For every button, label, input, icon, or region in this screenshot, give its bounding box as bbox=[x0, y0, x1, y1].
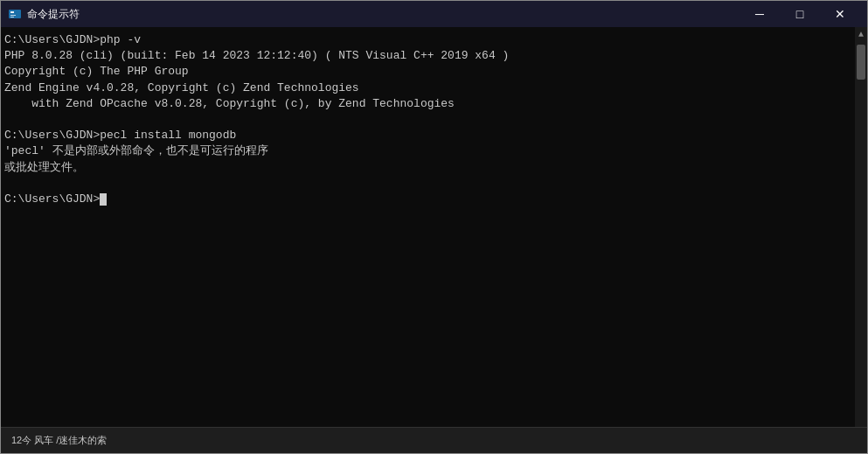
terminal-line: 或批处理文件。 bbox=[4, 160, 864, 176]
terminal-output: C:\Users\GJDN>php -v PHP 8.0.28 (cli) (b… bbox=[4, 32, 864, 207]
terminal-prompt: C:\Users\GJDN> bbox=[4, 192, 864, 207]
taskbar-item: 12今 风车 /迷佳木的索 bbox=[4, 432, 114, 449]
terminal-line bbox=[4, 176, 864, 192]
scrollbar[interactable]: ▲ bbox=[855, 27, 867, 427]
terminal-line: PHP 8.0.28 (cli) (built: Feb 14 2023 12:… bbox=[4, 48, 864, 64]
minimize-button[interactable]: ─ bbox=[740, 1, 780, 27]
scroll-up-arrow[interactable]: ▲ bbox=[857, 27, 865, 43]
terminal-line: 'pecl' 不是内部或外部命令，也不是可运行的程序 bbox=[4, 143, 864, 159]
svg-rect-3 bbox=[10, 17, 14, 17]
terminal-line: with Zend OPcache v8.0.28, Copyright (c)… bbox=[4, 96, 864, 112]
maximize-button[interactable]: □ bbox=[780, 1, 820, 27]
terminal-line: Copyright (c) The PHP Group bbox=[4, 64, 864, 80]
cmd-window: 命令提示符 ─ □ ✕ C:\Users\GJDN>php -v PHP 8.0… bbox=[0, 0, 868, 454]
terminal-line: C:\Users\GJDN>pecl install mongodb bbox=[4, 128, 864, 143]
window-icon bbox=[8, 7, 22, 21]
terminal-line bbox=[4, 112, 864, 128]
svg-rect-1 bbox=[10, 11, 14, 13]
terminal-cursor bbox=[100, 193, 107, 206]
window-title: 命令提示符 bbox=[27, 7, 740, 22]
close-button[interactable]: ✕ bbox=[820, 1, 860, 27]
terminal-line: C:\Users\GJDN>php -v bbox=[4, 32, 864, 48]
terminal-line: Zend Engine v4.0.28, Copyright (c) Zend … bbox=[4, 80, 864, 96]
terminal-body[interactable]: C:\Users\GJDN>php -v PHP 8.0.28 (cli) (b… bbox=[1, 27, 867, 427]
scrollbar-thumb[interactable] bbox=[857, 45, 865, 80]
title-bar: 命令提示符 ─ □ ✕ bbox=[1, 1, 867, 27]
window-controls: ─ □ ✕ bbox=[740, 1, 860, 27]
svg-rect-2 bbox=[10, 15, 16, 16]
taskbar: 12今 风车 /迷佳木的索 bbox=[1, 427, 867, 453]
